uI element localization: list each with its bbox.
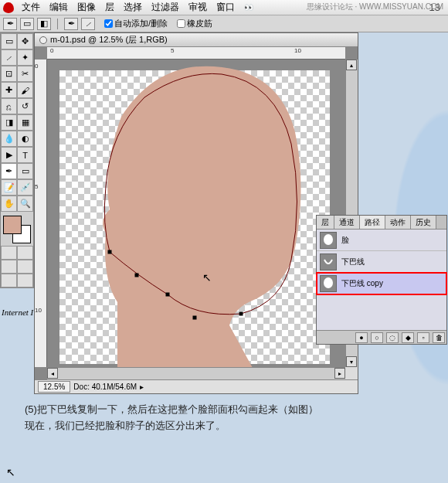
path-name: 下巴线 — [341, 257, 365, 267]
menu-file[interactable]: 文件 — [22, 1, 40, 14]
ruler-horizontal[interactable]: 0 5 10 — [47, 47, 345, 60]
healing-tool[interactable]: ✚ — [1, 82, 17, 98]
anchor-point[interactable] — [193, 316, 197, 320]
crop-tool[interactable]: ⊡ — [1, 66, 17, 82]
delete-path-icon[interactable]: 🗑 — [433, 332, 445, 343]
path-name: 下巴线 copy — [341, 278, 383, 289]
fill-path-icon[interactable]: ● — [355, 332, 368, 343]
toolbox: ▭ ✥ ⟋ ✦ ⊡ ✂ ✚ 🖌 ⎌ ↺ ◨ ▦ 💧 ◐ ▶ T ✒ ▭ 📝 💉 … — [0, 32, 34, 288]
rubber-band-checkbox[interactable]: 橡皮筋 — [177, 18, 212, 29]
new-path-icon[interactable]: ▫ — [417, 332, 429, 343]
notes-tool[interactable]: 📝 — [1, 179, 17, 196]
screen-mode-1-icon[interactable] — [1, 260, 17, 274]
marquee-tool[interactable]: ▭ — [1, 33, 17, 49]
path-select-tool[interactable]: ▶ — [1, 147, 17, 163]
document-window: m-01.psd @ 12.5% (层 1,RGB) 0 5 10 0 5 10… — [34, 32, 358, 394]
path-thumb — [320, 275, 337, 292]
caption-line1: (5)把下巴线复制一下，然后在这把整个脸部面积勾画起来（如图） — [25, 402, 426, 418]
tab-channels[interactable]: 通道 — [334, 216, 360, 229]
hand-tool[interactable]: ✋ — [1, 196, 17, 212]
mouse-cursor-icon: ↖ — [202, 271, 212, 284]
slice-tool[interactable]: ✂ — [17, 66, 33, 82]
stroke-path-icon[interactable]: ○ — [371, 332, 383, 343]
scroll-left-icon[interactable]: ◂ — [47, 368, 58, 379]
anchor-point[interactable] — [166, 293, 170, 297]
path-row-chin-copy[interactable]: 下巴线 copy — [317, 273, 446, 294]
paths-list: 脸 下巴线 下巴线 copy — [317, 230, 446, 330]
dodge-tool[interactable]: ◐ — [17, 131, 33, 147]
canvas[interactable]: ↖ — [59, 70, 330, 364]
scroll-right-icon[interactable]: ▸ — [334, 368, 345, 379]
menu-edit[interactable]: 编辑 — [49, 1, 68, 14]
scrollbar-horizontal[interactable]: ◂ ▸ — [47, 367, 345, 379]
menu-select[interactable]: 选择 — [124, 1, 142, 14]
brush-tool[interactable]: 🖌 — [17, 82, 33, 98]
menu-image[interactable]: 图像 — [77, 1, 96, 14]
tab-history[interactable]: 历史 — [411, 216, 436, 229]
history-brush-tool[interactable]: ↺ — [17, 98, 33, 114]
internet-label: Internet I — [2, 308, 33, 317]
menu-window[interactable]: 窗口 — [216, 1, 235, 14]
tab-paths[interactable]: 路径 — [360, 216, 385, 229]
fg-color-swatch[interactable] — [3, 216, 22, 234]
screen-mode-3-icon[interactable] — [1, 274, 17, 287]
statusbar: 12.5% Doc: 40.1M/54.6M ▸ — [35, 379, 358, 393]
scroll-up-icon[interactable]: ▴ — [346, 60, 357, 70]
blur-tool[interactable]: 💧 — [1, 131, 17, 147]
auto-add-delete-checkbox[interactable]: 自动添加/删除 — [104, 18, 168, 29]
pen-tool[interactable]: ✒ — [1, 163, 17, 179]
close-window-icon[interactable] — [39, 36, 47, 44]
pen-icon[interactable]: ✒ — [64, 18, 78, 30]
selection-to-path-icon[interactable]: ◆ — [402, 332, 414, 343]
stamp-tool[interactable]: ⎌ — [1, 98, 17, 114]
zoom-tool[interactable]: 🔍 — [17, 196, 33, 212]
path-name: 脸 — [341, 235, 349, 246]
move-tool[interactable]: ✥ — [17, 33, 33, 49]
shape-mode-icon[interactable]: ◧ — [37, 18, 51, 30]
anchor-point[interactable] — [135, 274, 139, 277]
anchor-point[interactable] — [239, 312, 243, 316]
path-thumb — [320, 253, 337, 270]
head-artwork — [79, 63, 318, 368]
jump-to-icon[interactable] — [17, 274, 33, 287]
panel-tabs: 层 通道 路径 动作 历史 — [317, 216, 446, 230]
path-row-face[interactable]: 脸 — [317, 230, 446, 251]
wand-tool[interactable]: ✦ — [17, 49, 33, 66]
apple-icon[interactable] — [3, 2, 14, 13]
menu-view[interactable]: 审视 — [188, 1, 207, 14]
statusbar-arrow-icon[interactable]: ▸ — [140, 383, 144, 391]
path-to-selection-icon[interactable]: ◌ — [386, 332, 399, 343]
pen-tool-preset-icon[interactable]: ✒ — [3, 18, 17, 30]
anchor-point[interactable] — [108, 250, 112, 254]
titlebar[interactable]: m-01.psd @ 12.5% (层 1,RGB) — [35, 33, 358, 47]
scroll-down-icon[interactable]: ▾ — [346, 356, 357, 367]
path-mode-icon[interactable]: ▭ — [20, 18, 34, 30]
paths-panel: 层 通道 路径 动作 历史 脸 下巴线 下巴线 copy ● ○ ◌ ◆ ▫ 🗑 — [316, 215, 447, 345]
eyedropper-tool[interactable]: 💉 — [17, 179, 33, 196]
tutorial-caption: (5)把下巴线复制一下，然后在这把整个脸部面积勾画起来（如图） 现在，我们已经把… — [25, 402, 426, 434]
path-row-chin[interactable]: 下巴线 — [317, 251, 446, 273]
caption-line2: 现在，我们已经把脸和脖子的选区分出来了。 — [25, 418, 426, 434]
eraser-tool[interactable]: ◨ — [1, 114, 17, 131]
zoom-field[interactable]: 12.5% — [38, 381, 70, 393]
lasso-tool[interactable]: ⟋ — [1, 49, 17, 66]
quickmask-on-icon[interactable] — [17, 246, 33, 260]
tab-actions[interactable]: 动作 — [385, 216, 411, 229]
gradient-tool[interactable]: ▦ — [17, 114, 33, 131]
type-tool[interactable]: T — [17, 147, 33, 163]
canvas-area: 0 5 10 0 5 10 ↖ ▴ ▾ ◂ — [35, 47, 358, 379]
svg-point-1 — [324, 277, 333, 288]
shape-tool[interactable]: ▭ — [17, 163, 33, 179]
freeform-pen-icon[interactable]: ⟋ — [81, 18, 95, 30]
quickmask-off-icon[interactable] — [1, 246, 17, 260]
path-thumb — [320, 232, 337, 249]
tab-layers[interactable]: 层 — [317, 216, 334, 229]
menu-layer[interactable]: 层 — [105, 1, 114, 14]
menu-filter[interactable]: 过滤器 — [151, 1, 179, 14]
resize-handle[interactable] — [345, 367, 358, 379]
color-swatches[interactable] — [1, 213, 33, 246]
svg-point-0 — [324, 234, 333, 245]
document-title: m-01.psd @ 12.5% (层 1,RGB) — [50, 34, 168, 46]
screen-mode-2-icon[interactable] — [17, 260, 33, 274]
ruler-vertical[interactable]: 0 5 10 — [35, 60, 47, 367]
